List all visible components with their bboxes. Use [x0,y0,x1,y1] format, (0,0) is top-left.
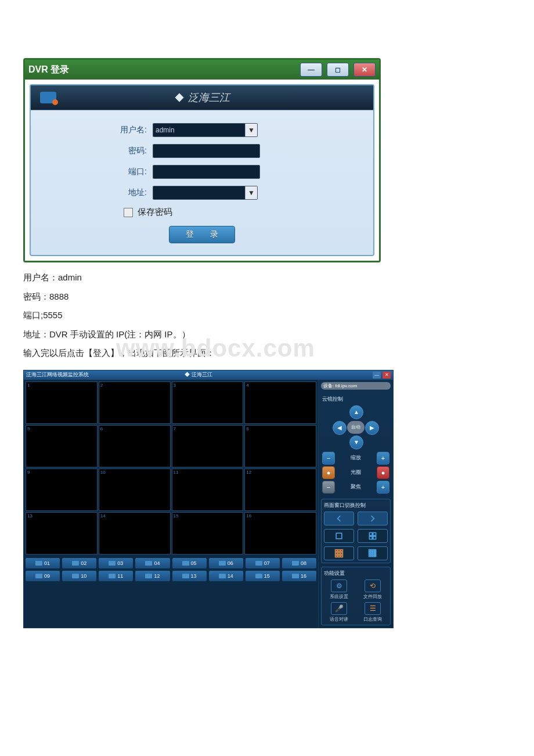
log-query-button[interactable]: ☰日志查询 [358,602,388,622]
svg-rect-6 [335,549,337,551]
channel-button[interactable]: 01 [26,558,60,568]
video-cell[interactable]: 4 [244,381,316,424]
video-cell[interactable]: 6 [99,425,171,467]
svg-rect-5 [373,536,376,539]
svg-rect-25 [373,553,374,555]
channel-button[interactable]: 11 [99,571,133,581]
address-label: 地址: [54,188,153,198]
video-cell[interactable]: 8 [244,425,316,467]
zoom-label: 缩放 [351,454,361,462]
channel-button[interactable]: 04 [135,558,169,568]
focus-far-button[interactable]: + [377,481,389,494]
video-cell[interactable]: 12 [244,469,316,511]
video-cell[interactable]: 2 [99,381,171,424]
channel-button[interactable]: 06 [209,558,243,568]
ptz-right-button[interactable]: ▶ [365,421,379,435]
username-input[interactable]: admin ▼ [153,123,258,137]
monitor-minimize-button[interactable]: — [373,372,381,379]
login-titlebar: DVR 登录 — ◻ ✕ [25,60,379,80]
password-input[interactable] [153,144,260,158]
channel-button[interactable]: 13 [172,571,207,581]
channel-bar-2: 0910111213141516 [26,571,316,581]
ptz-panel: 云镜控制 ▲ ▼ ◀ ▶ 自动 − 缩放 + ● 光圈 ● [321,395,391,495]
video-cell[interactable]: 11 [172,469,244,511]
video-cell[interactable]: 13 [26,512,98,555]
video-cell[interactable]: 9 [26,469,98,511]
voice-talk-button[interactable]: 🎤语音对讲 [324,602,354,622]
svg-rect-16 [371,549,372,550]
svg-rect-18 [374,549,376,550]
layout-4-button[interactable] [358,529,388,543]
login-button[interactable]: 登 录 [169,226,235,243]
maximize-button[interactable]: ◻ [327,63,349,77]
layout-title: 画面窗口切换控制 [324,502,388,509]
video-cell[interactable]: 7 [172,425,244,467]
playback-icon: ⟲ [365,579,381,592]
channel-button[interactable]: 14 [209,571,243,581]
monitor-close-button[interactable]: ✕ [383,372,391,379]
iris-label: 光圈 [351,469,361,476]
channel-button[interactable]: 05 [172,558,207,568]
doc-line-address: 地址：DVR 手动设置的 IP(注：内网 IP。） [23,326,511,343]
close-button[interactable]: ✕ [353,63,376,77]
file-playback-button[interactable]: ⟲文件回放 [358,579,388,600]
channel-button[interactable]: 09 [26,571,60,581]
save-password-checkbox[interactable] [124,208,133,217]
svg-rect-4 [369,536,372,539]
username-label: 用户名: [54,125,153,135]
focus-near-button[interactable]: − [322,481,335,494]
ptz-auto-button[interactable]: 自动 [347,421,365,434]
channel-button[interactable]: 15 [246,571,280,581]
svg-rect-12 [335,555,337,557]
system-settings-button[interactable]: ⚙系统设置 [324,579,354,600]
zoom-in-button[interactable]: + [377,452,389,465]
log-icon: ☰ [365,602,381,615]
port-label: 端口: [54,167,153,177]
video-cell[interactable]: 15 [172,512,244,555]
channel-button[interactable]: 10 [62,571,96,581]
svg-rect-17 [373,549,374,550]
video-cell[interactable]: 3 [172,381,244,424]
iris-close-button[interactable]: ● [322,466,335,479]
channel-button[interactable]: 16 [282,571,316,581]
minimize-button[interactable]: — [300,63,322,77]
port-input[interactable] [153,165,260,179]
zoom-out-button[interactable]: − [322,452,335,465]
address-input[interactable]: ▼ [153,186,258,200]
layout-9-button[interactable] [324,546,354,560]
layout-prev-button[interactable] [324,512,354,525]
channel-button[interactable]: 08 [282,558,316,568]
monitor-window: 泛海三江网络视频监控系统 ◆ 泛海三江 — ✕ 1234567891011121… [23,370,394,628]
video-cell[interactable]: 14 [99,512,171,555]
ptz-up-button[interactable]: ▲ [349,405,363,419]
doc-line-port: 端口;5555 [23,307,511,324]
layout-next-button[interactable] [358,512,388,525]
svg-rect-26 [374,553,376,555]
channel-bar: 0102030405060708 [26,558,316,568]
login-title: DVR 登录 [28,64,295,76]
ptz-down-button[interactable]: ▼ [349,435,363,449]
dropdown-icon[interactable]: ▼ [245,124,257,136]
channel-button[interactable]: 03 [99,558,133,568]
video-cell[interactable]: 1 [26,381,98,424]
video-cell[interactable]: 10 [99,469,171,511]
channel-button[interactable]: 02 [62,558,96,568]
ptz-title: 云镜控制 [322,395,389,403]
svg-rect-23 [369,553,370,555]
video-cell[interactable]: 5 [26,425,98,467]
monitor-title: 泛海三江网络视频监控系统 [26,371,185,379]
video-cell[interactable]: 16 [244,512,316,555]
channel-button[interactable]: 07 [246,558,280,568]
svg-rect-27 [369,555,370,556]
layout-16-button[interactable] [358,546,388,560]
iris-open-button[interactable]: ● [377,466,389,479]
svg-rect-11 [341,552,342,554]
svg-marker-0 [175,93,184,102]
svg-rect-29 [373,555,374,556]
dropdown-icon[interactable]: ▼ [245,186,257,199]
doc-line-instruction: 输入完以后点击【登入】，出现如下图所示界面： [23,345,511,362]
channel-button[interactable]: 12 [135,571,169,581]
save-password-label: 保存密码 [138,207,172,218]
layout-1-button[interactable] [324,529,354,543]
ptz-left-button[interactable]: ◀ [333,421,347,435]
